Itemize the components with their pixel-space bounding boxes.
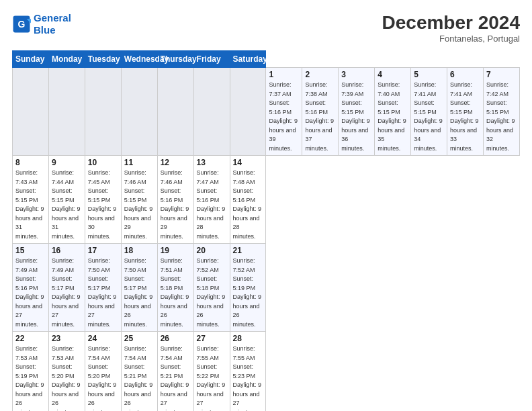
day-info: Sunrise: 7:37 AMSunset: 5:16 PMDaylight:… bbox=[269, 81, 299, 153]
calendar-cell: 20Sunrise: 7:52 AMSunset: 5:18 PMDayligh… bbox=[193, 244, 230, 332]
day-info: Sunrise: 7:54 AMSunset: 5:21 PMDaylight:… bbox=[161, 345, 191, 411]
calendar-cell: 26Sunrise: 7:54 AMSunset: 5:21 PMDayligh… bbox=[157, 332, 193, 412]
day-number: 18 bbox=[124, 246, 154, 255]
calendar-cell: 13Sunrise: 7:47 AMSunset: 5:16 PMDayligh… bbox=[193, 156, 230, 244]
day-number: 19 bbox=[161, 246, 191, 255]
calendar-cell bbox=[121, 68, 157, 156]
day-info: Sunrise: 7:46 AMSunset: 5:15 PMDaylight:… bbox=[124, 169, 154, 241]
calendar-week-3: 15Sunrise: 7:49 AMSunset: 5:16 PMDayligh… bbox=[13, 244, 520, 332]
day-info: Sunrise: 7:53 AMSunset: 5:19 PMDaylight:… bbox=[15, 345, 46, 411]
calendar-cell: 17Sunrise: 7:50 AMSunset: 5:17 PMDayligh… bbox=[85, 244, 121, 332]
weekday-header-monday: Monday bbox=[48, 51, 85, 68]
page-header: G General Blue December 2024 Fontanelas,… bbox=[12, 12, 520, 44]
calendar-cell bbox=[48, 68, 85, 156]
day-info: Sunrise: 7:38 AMSunset: 5:16 PMDaylight:… bbox=[305, 81, 335, 153]
calendar-cell: 5Sunrise: 7:41 AMSunset: 5:15 PMDaylight… bbox=[411, 68, 447, 156]
day-number: 14 bbox=[233, 158, 263, 167]
calendar-cell: 3Sunrise: 7:39 AMSunset: 5:15 PMDaylight… bbox=[339, 68, 375, 156]
location-subtitle: Fontanelas, Portugal bbox=[382, 34, 520, 44]
day-number: 26 bbox=[161, 334, 191, 343]
day-number: 20 bbox=[197, 246, 227, 255]
day-number: 21 bbox=[233, 246, 263, 255]
day-info: Sunrise: 7:47 AMSunset: 5:16 PMDaylight:… bbox=[197, 169, 227, 241]
calendar-cell: 22Sunrise: 7:53 AMSunset: 5:19 PMDayligh… bbox=[13, 332, 49, 412]
calendar-cell: 11Sunrise: 7:46 AMSunset: 5:15 PMDayligh… bbox=[121, 156, 157, 244]
day-info: Sunrise: 7:46 AMSunset: 5:16 PMDaylight:… bbox=[161, 169, 191, 241]
day-number: 15 bbox=[15, 246, 46, 255]
calendar-cell: 14Sunrise: 7:48 AMSunset: 5:16 PMDayligh… bbox=[230, 156, 266, 244]
day-number: 11 bbox=[124, 158, 154, 167]
day-info: Sunrise: 7:49 AMSunset: 5:17 PMDaylight:… bbox=[52, 257, 82, 329]
day-info: Sunrise: 7:50 AMSunset: 5:17 PMDaylight:… bbox=[88, 257, 118, 329]
day-info: Sunrise: 7:52 AMSunset: 5:19 PMDaylight:… bbox=[233, 257, 263, 329]
day-number: 12 bbox=[161, 158, 191, 167]
calendar-cell bbox=[13, 68, 49, 156]
calendar-week-1: 1Sunrise: 7:37 AMSunset: 5:16 PMDaylight… bbox=[13, 68, 520, 156]
logo: G General Blue bbox=[12, 12, 71, 36]
calendar-cell bbox=[193, 68, 230, 156]
weekday-header-saturday: Saturday bbox=[230, 51, 266, 68]
day-info: Sunrise: 7:54 AMSunset: 5:20 PMDaylight:… bbox=[88, 345, 118, 411]
calendar-cell: 28Sunrise: 7:55 AMSunset: 5:23 PMDayligh… bbox=[230, 332, 266, 412]
day-info: Sunrise: 7:55 AMSunset: 5:23 PMDaylight:… bbox=[233, 345, 263, 411]
day-number: 5 bbox=[414, 70, 444, 79]
day-number: 1 bbox=[269, 70, 299, 79]
day-info: Sunrise: 7:54 AMSunset: 5:21 PMDaylight:… bbox=[124, 345, 154, 411]
day-info: Sunrise: 7:42 AMSunset: 5:15 PMDaylight:… bbox=[486, 81, 517, 153]
calendar-cell: 7Sunrise: 7:42 AMSunset: 5:15 PMDaylight… bbox=[483, 68, 519, 156]
day-number: 17 bbox=[88, 246, 118, 255]
day-info: Sunrise: 7:55 AMSunset: 5:22 PMDaylight:… bbox=[197, 345, 227, 411]
day-info: Sunrise: 7:45 AMSunset: 5:15 PMDaylight:… bbox=[88, 169, 118, 241]
weekday-header-sunday: Sunday bbox=[13, 51, 49, 68]
day-number: 28 bbox=[233, 334, 263, 343]
day-number: 13 bbox=[197, 158, 227, 167]
weekday-header-row: SundayMondayTuesdayWednesdayThursdayFrid… bbox=[13, 51, 520, 68]
calendar-cell bbox=[157, 68, 193, 156]
day-number: 10 bbox=[88, 158, 118, 167]
day-info: Sunrise: 7:44 AMSunset: 5:15 PMDaylight:… bbox=[52, 169, 82, 241]
day-info: Sunrise: 7:41 AMSunset: 5:15 PMDaylight:… bbox=[450, 81, 480, 153]
calendar-cell: 2Sunrise: 7:38 AMSunset: 5:16 PMDaylight… bbox=[302, 68, 339, 156]
day-number: 27 bbox=[197, 334, 227, 343]
calendar-body: 1Sunrise: 7:37 AMSunset: 5:16 PMDaylight… bbox=[13, 68, 520, 412]
calendar-cell: 27Sunrise: 7:55 AMSunset: 5:22 PMDayligh… bbox=[193, 332, 230, 412]
logo-icon: G bbox=[12, 15, 31, 34]
day-info: Sunrise: 7:40 AMSunset: 5:15 PMDaylight:… bbox=[378, 81, 408, 153]
calendar-week-4: 22Sunrise: 7:53 AMSunset: 5:19 PMDayligh… bbox=[13, 332, 520, 412]
calendar-table: SundayMondayTuesdayWednesdayThursdayFrid… bbox=[12, 50, 520, 411]
day-number: 16 bbox=[52, 246, 82, 255]
day-info: Sunrise: 7:53 AMSunset: 5:20 PMDaylight:… bbox=[52, 345, 82, 411]
day-info: Sunrise: 7:39 AMSunset: 5:15 PMDaylight:… bbox=[341, 81, 371, 153]
calendar-cell: 12Sunrise: 7:46 AMSunset: 5:16 PMDayligh… bbox=[157, 156, 193, 244]
day-number: 4 bbox=[378, 70, 408, 79]
title-block: December 2024 Fontanelas, Portugal bbox=[382, 12, 520, 44]
day-number: 7 bbox=[486, 70, 517, 79]
day-number: 25 bbox=[124, 334, 154, 343]
day-number: 9 bbox=[52, 158, 82, 167]
day-info: Sunrise: 7:50 AMSunset: 5:17 PMDaylight:… bbox=[124, 257, 154, 329]
weekday-header-friday: Friday bbox=[193, 51, 230, 68]
day-number: 8 bbox=[15, 158, 46, 167]
day-number: 23 bbox=[52, 334, 82, 343]
day-number: 6 bbox=[450, 70, 480, 79]
calendar-cell: 10Sunrise: 7:45 AMSunset: 5:15 PMDayligh… bbox=[85, 156, 121, 244]
calendar-cell: 24Sunrise: 7:54 AMSunset: 5:20 PMDayligh… bbox=[85, 332, 121, 412]
day-number: 22 bbox=[15, 334, 46, 343]
day-info: Sunrise: 7:41 AMSunset: 5:15 PMDaylight:… bbox=[414, 81, 444, 153]
calendar-cell: 19Sunrise: 7:51 AMSunset: 5:18 PMDayligh… bbox=[157, 244, 193, 332]
month-title: December 2024 bbox=[382, 12, 520, 34]
day-number: 3 bbox=[341, 70, 371, 79]
weekday-header-thursday: Thursday bbox=[157, 51, 193, 68]
calendar-cell: 6Sunrise: 7:41 AMSunset: 5:15 PMDaylight… bbox=[447, 68, 484, 156]
calendar-cell: 8Sunrise: 7:43 AMSunset: 5:15 PMDaylight… bbox=[13, 156, 49, 244]
calendar-cell: 25Sunrise: 7:54 AMSunset: 5:21 PMDayligh… bbox=[121, 332, 157, 412]
day-number: 24 bbox=[88, 334, 118, 343]
calendar-cell: 9Sunrise: 7:44 AMSunset: 5:15 PMDaylight… bbox=[48, 156, 85, 244]
day-info: Sunrise: 7:43 AMSunset: 5:15 PMDaylight:… bbox=[15, 169, 46, 241]
weekday-header-tuesday: Tuesday bbox=[85, 51, 121, 68]
day-info: Sunrise: 7:49 AMSunset: 5:16 PMDaylight:… bbox=[15, 257, 46, 329]
day-info: Sunrise: 7:52 AMSunset: 5:18 PMDaylight:… bbox=[197, 257, 227, 329]
calendar-cell bbox=[230, 68, 266, 156]
calendar-cell: 1Sunrise: 7:37 AMSunset: 5:16 PMDaylight… bbox=[266, 68, 302, 156]
weekday-header-wednesday: Wednesday bbox=[121, 51, 157, 68]
